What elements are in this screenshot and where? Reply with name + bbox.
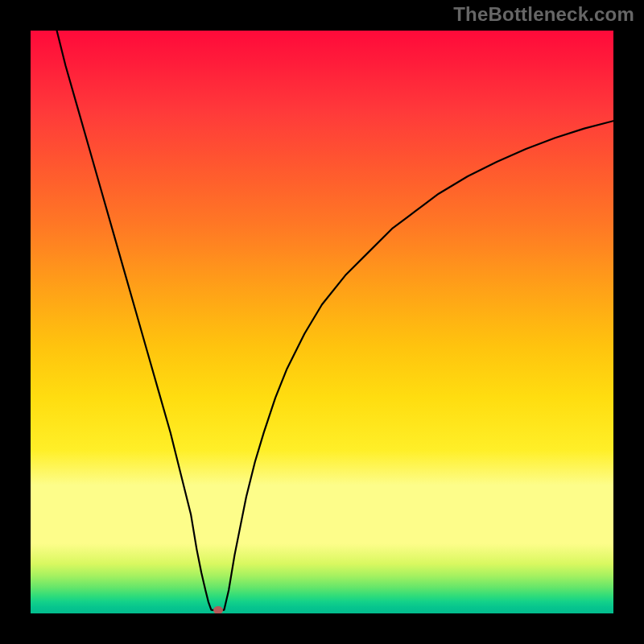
minimum-marker — [213, 606, 223, 613]
bottleneck-curve — [31, 31, 613, 613]
chart-stage: TheBottleneck.com — [0, 0, 644, 644]
watermark-text: TheBottleneck.com — [453, 3, 634, 26]
plot-area — [31, 31, 613, 613]
